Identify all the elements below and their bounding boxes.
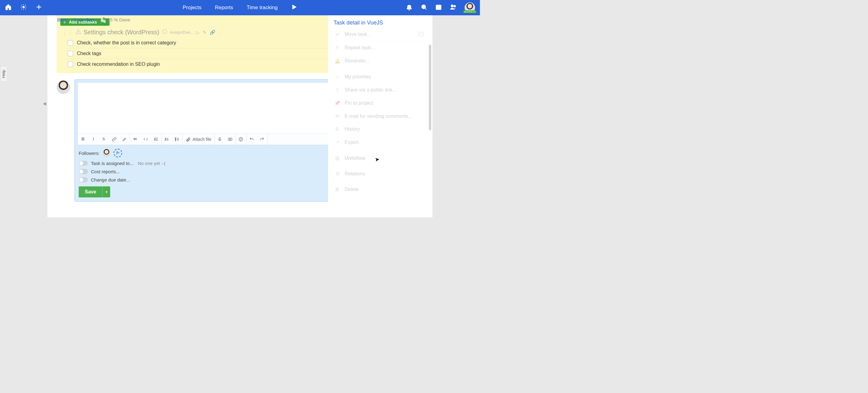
svg-point-6 — [165, 138, 165, 138]
home-icon[interactable] — [5, 4, 12, 12]
action-delete[interactable]: 🗑 Delete — [331, 183, 427, 196]
clock-icon: 🕘 — [418, 31, 424, 37]
action-export[interactable]: ↗ Export — [331, 135, 427, 149]
mic-icon[interactable] — [215, 137, 225, 142]
checkbox[interactable] — [68, 62, 73, 67]
progress-text: 25 % Done — [107, 17, 130, 22]
nav-projects[interactable]: Projects — [183, 5, 202, 11]
share-icon: ⇧ — [334, 87, 340, 93]
subtask-label: Check recommendation in SEO plugin — [77, 62, 160, 67]
subtask-label: Check, whether the post is in correct ca… — [77, 40, 176, 46]
comment-author-avatar — [57, 81, 70, 94]
svg-point-17 — [117, 152, 118, 153]
export-icon: ↗ — [334, 139, 340, 145]
nav-reports[interactable]: Reports — [215, 5, 233, 11]
assign-due-label[interactable]: Assign/Due... — [170, 30, 193, 35]
action-reminder[interactable]: 🔔 Reminder... — [331, 54, 427, 67]
number-list-button[interactable]: 123 — [172, 137, 182, 142]
parent-task-title[interactable]: Settings check (WordPress) — [84, 29, 159, 36]
video-icon[interactable] — [225, 137, 235, 142]
action-repeat[interactable]: ↻ Repeat task... — [331, 41, 427, 54]
link-icon[interactable]: 🔗 — [210, 30, 215, 35]
bullet-list-button[interactable] — [162, 137, 172, 142]
pin-icon: 📌 — [334, 100, 340, 106]
highlight-button[interactable] — [119, 137, 130, 142]
toggle-due-date[interactable] — [79, 177, 88, 182]
toggle-assigned[interactable] — [79, 161, 88, 166]
mail-icon: ✉ — [334, 113, 340, 119]
action-email[interactable]: ✉ E-mail for sending comments... — [331, 110, 427, 123]
play-small-icon[interactable]: ▷ — [196, 30, 199, 35]
followers-label: Followers: — [79, 151, 99, 156]
play-icon[interactable] — [291, 4, 297, 12]
assigned-value: No one yet :-( — [138, 161, 165, 166]
calendar-icon[interactable] — [435, 4, 442, 12]
repeat-icon: ↻ — [334, 45, 340, 51]
undo-button[interactable] — [246, 137, 257, 142]
link-button[interactable] — [109, 137, 119, 142]
svg-point-15 — [240, 139, 241, 139]
save-button[interactable]: Save ▼ — [79, 186, 110, 198]
svg-point-14 — [239, 138, 243, 141]
plan-badge: BUSINESS — [463, 10, 476, 13]
subtask-label: Check tags — [77, 51, 101, 56]
svg-rect-12 — [219, 138, 220, 140]
action-share[interactable]: ⇧ Share via a public link... — [331, 83, 427, 96]
action-pin[interactable]: 📌 Pin to project — [331, 96, 427, 110]
quote-button[interactable] — [130, 137, 141, 142]
star-icon: ☆ — [334, 74, 340, 80]
cost-reports-label: Cost reports... — [91, 169, 120, 174]
svg-point-8 — [165, 140, 165, 141]
people-icon[interactable] — [450, 4, 457, 12]
save-dropdown-icon[interactable]: ▼ — [102, 186, 110, 198]
action-relations[interactable]: ⧉ Relations — [331, 168, 427, 180]
svg-point-16 — [242, 139, 242, 139]
gear-icon[interactable] — [20, 4, 27, 12]
code-button[interactable] — [141, 137, 151, 142]
action-move-task[interactable]: ⇄ Move task... 🕘 — [331, 30, 427, 41]
due-date-label: Change due date... — [91, 177, 130, 182]
add-follower-button[interactable] — [114, 149, 122, 157]
attach-file-button[interactable]: Attach file — [183, 137, 214, 142]
svg-point-7 — [165, 139, 165, 140]
svg-rect-2 — [436, 5, 441, 10]
assignee-circle-icon[interactable] — [162, 29, 167, 36]
edit-icon[interactable]: ✎ — [203, 30, 207, 35]
svg-text:3: 3 — [175, 139, 176, 141]
trash-icon: 🗑 — [334, 187, 340, 192]
checkbox[interactable] — [68, 51, 73, 56]
user-avatar[interactable]: BUSINESS — [465, 2, 475, 13]
indent-button[interactable] — [151, 137, 161, 142]
bell-icon[interactable] — [406, 4, 412, 12]
emoji-icon[interactable] — [236, 137, 246, 142]
action-priorities[interactable]: ☆ My priorities — [331, 70, 427, 83]
breadcrumb-project[interactable]: Blog — [57, 17, 66, 22]
svg-point-5 — [162, 29, 167, 34]
search-icon[interactable] — [421, 4, 427, 12]
plus-icon[interactable] — [35, 4, 42, 12]
collapse-sidebar-icon[interactable]: ◀ — [43, 101, 46, 106]
task-detail-title[interactable]: Task detail in VueJS — [328, 15, 432, 30]
history-icon: 🗎 — [334, 126, 340, 132]
svg-point-4 — [454, 5, 456, 7]
svg-point-1 — [422, 5, 426, 9]
help-tab[interactable]: Help — [0, 66, 7, 82]
move-icon: ⇄ — [334, 31, 340, 37]
checkbox[interactable] — [68, 40, 73, 46]
follower-avatar[interactable] — [102, 149, 111, 157]
toggle-cost-reports[interactable] — [79, 169, 88, 174]
bold-button[interactable]: B — [78, 137, 88, 142]
action-history[interactable]: 🗎 History — [331, 123, 427, 135]
breadcrumb: Blog › To-Do lists › 25 % Done — [54, 15, 133, 22]
warning-icon — [75, 29, 81, 36]
italic-button[interactable]: I — [88, 137, 98, 142]
sidebar-scrollbar[interactable] — [428, 32, 432, 215]
strike-button[interactable]: S — [98, 137, 109, 142]
task-actions-pane: Task detail in VueJS ⇄ Move task... 🕘 ↻ … — [328, 15, 432, 217]
redo-button[interactable] — [257, 137, 267, 142]
nav-time-tracking[interactable]: Time tracking — [247, 5, 278, 11]
breadcrumb-list[interactable]: To-Do lists — [73, 17, 94, 22]
progress-circle-icon — [101, 18, 105, 22]
drag-handle-icon[interactable]: ⋮⋮ — [62, 29, 73, 36]
relations-icon: ⧉ — [334, 171, 340, 177]
